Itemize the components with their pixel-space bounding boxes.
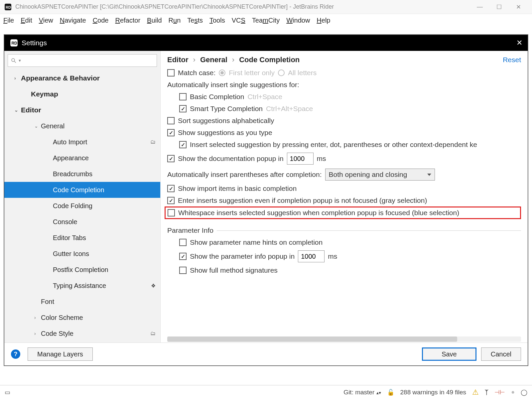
match-case-checkbox[interactable] [167,69,175,76]
save-button[interactable]: Save [422,347,476,361]
main-menubar: File Edit View Navigate Code Refactor Bu… [0,14,532,27]
sync-icon[interactable]: ⊣⊢ [494,389,505,396]
sidebar-item-label: Code Style [41,330,73,337]
breadcrumb-0[interactable]: Editor [167,56,189,64]
sort-alpha-label: Sort suggestions alphabetically [178,117,274,125]
sidebar-item-typing-assistance[interactable]: Typing Assistance❖ [4,278,160,294]
param-hints-checkbox[interactable] [179,239,187,246]
show-import-checkbox[interactable] [167,185,175,192]
tree-arrow-icon: ⌄ [34,123,41,129]
sidebar-item-code-folding[interactable]: Code Folding [4,198,160,214]
git-branch-widget[interactable]: Git: master ▴▾ [343,389,381,396]
horizontal-scrollbar[interactable] [167,336,521,342]
whitespace-inserts-label: Whitespace inserts selected suggestion w… [178,209,459,217]
manage-layers-button[interactable]: Manage Layers [28,347,93,361]
highlighted-option: Whitespace inserts selected suggestion w… [165,206,521,219]
close-dialog-button[interactable]: ✕ [516,39,522,47]
cancel-button[interactable]: Cancel [481,347,521,361]
menu-navigate[interactable]: Navigate [60,17,86,24]
sidebar-item-breadcrumbs[interactable]: Breadcrumbs [4,166,160,182]
mic-icon[interactable]: ● [511,389,515,396]
sidebar-item-color-scheme[interactable]: ›Color Scheme [4,310,160,326]
chevron-right-icon: › [193,56,196,64]
sidebar-item-auto-import[interactable]: Auto Import🗂 [4,134,160,150]
param-popup-input[interactable] [298,250,325,262]
all-letters-radio [278,69,285,76]
close-window-button[interactable]: ✕ [509,3,528,11]
window-titlebar: RD ChinookASPNETCoreAPINTier [C:\Git\Chi… [0,0,532,14]
menu-teamcity[interactable]: TeamCity [252,17,280,24]
git-icon[interactable]: ᛉ [485,389,488,396]
menu-code[interactable]: Code [93,17,109,24]
tool-window-icon[interactable]: ▭ [5,389,10,396]
enter-inserts-checkbox[interactable] [167,197,175,204]
sidebar-item-appearance-behavior[interactable]: ›Appearance & Behavior [4,70,160,86]
maximize-button[interactable]: ☐ [489,3,509,11]
menu-build[interactable]: Build [147,17,162,24]
menu-refactor[interactable]: Refactor [115,17,140,24]
sidebar-item-general[interactable]: ⌄General [4,118,160,134]
menu-view[interactable]: View [39,17,53,24]
menu-edit[interactable]: Edit [21,17,32,24]
settings-dialog: RD Settings ✕ ▼ ›Appearance & BehaviorKe… [4,35,528,366]
options-panel: Match case: First letter only All letter… [161,69,528,342]
full-sig-label: Show full method signatures [190,266,278,274]
sidebar-item-gutter-icons[interactable]: Gutter Icons [4,246,160,262]
sidebar-item-label: Gutter Icons [53,250,89,258]
warning-icon[interactable]: ⚠ [472,388,479,397]
scrollbar-thumb[interactable] [167,336,457,342]
param-popup-label1: Show the parameter info popup in [190,252,295,260]
smart-completion-checkbox[interactable] [179,105,187,112]
lock-icon[interactable]: 🔓 [387,389,394,396]
sidebar-item-postfix-completion[interactable]: Postfix Completion [4,262,160,278]
parameter-info-header: Parameter Info [167,226,213,234]
show-as-type-checkbox[interactable] [167,129,175,136]
sidebar-item-code-completion[interactable]: Code Completion [4,182,160,198]
search-input[interactable] [22,57,154,64]
menu-help[interactable]: Help [317,17,330,24]
dialog-footer: ? Manage Layers Save Cancel [4,343,528,365]
rider-logo-icon: RD [4,3,12,11]
sidebar-item-keymap[interactable]: Keymap [4,86,160,102]
param-popup-checkbox[interactable] [179,253,187,260]
sidebar-item-editor[interactable]: ⌄Editor [4,102,160,118]
sort-alpha-checkbox[interactable] [167,117,175,124]
doc-popup-checkbox[interactable] [167,155,175,162]
search-dropdown-icon[interactable]: ▼ [18,59,22,63]
help-icon[interactable]: ? [11,349,20,359]
sidebar-item-label: Color Scheme [41,314,83,322]
insert-enter-label: Insert selected suggestion by pressing e… [190,141,477,149]
doc-popup-input[interactable] [287,153,314,165]
auto-parens-select[interactable]: Both opening and closing [325,169,435,181]
sidebar-item-appearance[interactable]: Appearance [4,150,160,166]
settings-search[interactable]: ▼ [8,54,157,67]
dialog-titlebar: RD Settings ✕ [4,35,528,51]
sidebar-item-label: Appearance [53,154,89,162]
rider-logo-icon: RD [10,39,18,47]
sidebar-item-editor-tabs[interactable]: Editor Tabs [4,230,160,246]
reset-link[interactable]: Reset [503,56,521,64]
sidebar-item-label: Code Folding [53,202,92,210]
menu-run[interactable]: Run [169,17,181,24]
param-hints-label: Show parameter name hints on completion [190,238,323,246]
menu-window[interactable]: Window [286,17,310,24]
insert-enter-checkbox[interactable] [179,141,187,148]
full-sig-checkbox[interactable] [179,267,187,274]
minimize-button[interactable]: ― [470,3,489,10]
basic-completion-checkbox[interactable] [179,93,187,100]
menu-file[interactable]: File [3,17,14,24]
menu-tools[interactable]: Tools [209,17,225,24]
sidebar-item-console[interactable]: Console [4,214,160,230]
smart-completion-label: Smart Type Completion [190,105,263,113]
breadcrumb-1[interactable]: General [200,56,227,64]
sidebar-item-label: Postfix Completion [53,266,108,274]
menu-tests[interactable]: Tests [187,17,203,24]
sidebar-item-font[interactable]: Font [4,294,160,310]
tree-arrow-icon: › [34,331,41,336]
settings-sidebar: ▼ ›Appearance & BehaviorKeymap⌄Editor⌄Ge… [4,51,161,342]
chat-icon[interactable]: ◯ [521,389,527,396]
menu-vcs[interactable]: VCS [232,17,245,24]
warnings-widget[interactable]: 288 warnings in 49 files [400,389,466,396]
sidebar-item-code-style[interactable]: ›Code Style🗂 [4,326,160,341]
whitespace-inserts-checkbox[interactable] [168,209,175,216]
